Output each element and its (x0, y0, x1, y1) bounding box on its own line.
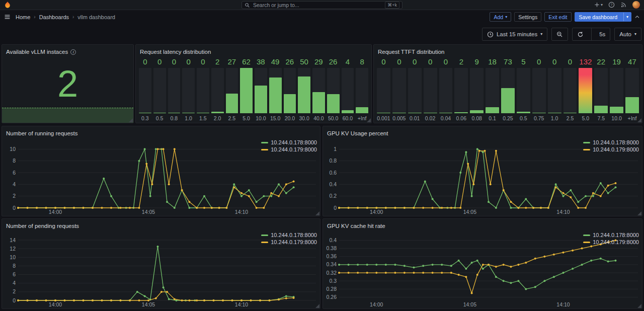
bar-bucket-label: 50.0 (327, 113, 340, 122)
add-panel-button[interactable]: Add ▾ (490, 12, 511, 22)
bar-bucket-label: 10.0 (610, 113, 623, 122)
panel-resize-handle[interactable] (315, 304, 319, 308)
bar-value-label: 26 (284, 57, 296, 68)
refresh-interval-picker[interactable]: 5s (595, 28, 610, 40)
panel-title: Number of pending requests (6, 223, 79, 229)
zoom-out-button[interactable] (551, 28, 568, 41)
exit-edit-button[interactable]: Exit edit (544, 12, 571, 22)
grafana-logo[interactable] (4, 1, 11, 9)
help-button[interactable]: ? (608, 2, 615, 8)
panel-resize-handle[interactable] (637, 304, 641, 308)
svg-text:0.26: 0.26 (327, 294, 337, 300)
legend-swatch-icon (583, 149, 590, 150)
chevron-right-icon: › (34, 14, 35, 20)
legend-swatch-icon (583, 142, 590, 143)
bar-bucket-label: 0.3 (139, 113, 151, 122)
panel-resize-handle[interactable] (315, 211, 319, 215)
svg-text:14:10: 14:10 (235, 301, 248, 307)
rss-icon (620, 2, 627, 8)
bar-bucket-label: 5.0 (240, 113, 253, 122)
news-button[interactable] (620, 2, 627, 8)
panel-header[interactable]: Request TTFT distribution (374, 45, 642, 57)
legend-item[interactable]: 10.244.0.179:8000 (261, 239, 317, 245)
svg-text:14:05: 14:05 (142, 209, 155, 215)
bar-gauge-column: 460.0 (342, 57, 354, 122)
panel-resize-handle[interactable] (637, 118, 641, 122)
save-options-caret[interactable]: ▾ (623, 13, 631, 21)
panel-resize-handle[interactable] (637, 211, 641, 215)
bar-value-label: 47 (625, 57, 639, 68)
bar-gauge-column: 90.08 (470, 57, 484, 122)
panel-resize-handle[interactable] (129, 118, 133, 122)
bar-fill (548, 113, 561, 113)
panel-running-requests: Number of running requests 10.244.0.178:… (2, 126, 320, 216)
caret-down-icon: ▾ (505, 15, 507, 19)
bar-fill (269, 77, 282, 113)
legend-item[interactable]: 10.244.0.178:8000 (261, 232, 317, 238)
bar-bucket-label: 0.005 (392, 113, 406, 122)
panel-header[interactable]: Number of pending requests (2, 219, 320, 231)
top-nav-bar: Search or jump to... ⌘+k ▾ ? (0, 0, 644, 10)
legend-item[interactable]: 10.244.0.179:8000 (583, 146, 639, 152)
bar-gauge-latency: 00.300.500.801.001.522.0272.5625.03810.0… (136, 57, 371, 123)
panel-header[interactable]: Request latency distribution (136, 45, 371, 57)
auto-refresh-picker[interactable]: Auto ▾ (614, 28, 641, 41)
bar-bucket-label: 0.1 (486, 113, 499, 122)
refresh-button[interactable] (573, 28, 588, 40)
bar-fill (211, 112, 224, 113)
bar-gauge-column: 00.001 (377, 57, 390, 122)
svg-text:8: 8 (13, 263, 16, 269)
bar-value-label: 26 (327, 57, 340, 68)
bar-value-label: 73 (501, 57, 515, 68)
panel-resize-handle[interactable] (367, 118, 371, 122)
bar-track (532, 68, 546, 113)
collapse-toolbar-button[interactable] (634, 14, 640, 20)
bar-value-label: 18 (486, 57, 499, 68)
panel-header[interactable]: Number of running requests (2, 126, 320, 138)
bar-bucket-label: 15.0 (269, 113, 282, 122)
info-icon[interactable]: i (70, 49, 76, 55)
bar-fill (240, 68, 253, 113)
svg-text:10: 10 (10, 146, 16, 152)
svg-text:14:00: 14:00 (370, 301, 383, 307)
bar-track (548, 68, 561, 113)
bar-gauge-column: 00.8 (168, 57, 181, 122)
bar-gauge-ttft: 00.00100.00500.0100.0200.0420.0690.08180… (374, 57, 642, 123)
svg-text:0.4: 0.4 (329, 181, 337, 187)
svg-text:14:00: 14:00 (370, 209, 383, 215)
legend-item[interactable]: 10.244.0.178:8000 (583, 232, 639, 238)
panel-header[interactable]: Available vLLM instaces i (2, 45, 133, 57)
save-dashboard-button[interactable]: Save dashboard ▾ (575, 12, 632, 22)
breadcrumb-home[interactable]: Home (16, 14, 30, 20)
bar-value-label: 19 (610, 57, 623, 68)
bar-bucket-label: 2.5 (564, 113, 577, 122)
user-avatar[interactable] (632, 1, 640, 9)
bar-gauge-column: 01.5 (197, 57, 209, 122)
bar-fill (197, 113, 209, 113)
time-range-picker[interactable]: Last 15 minutes ▾ (482, 28, 547, 41)
legend-item[interactable]: 10.244.0.178:8000 (583, 139, 639, 145)
panel-pending-requests: Number of pending requests 10.244.0.178:… (2, 218, 320, 309)
bar-fill (424, 113, 437, 113)
legend-item[interactable]: 10.244.0.179:8000 (583, 239, 639, 245)
add-new-button[interactable]: ▾ (594, 2, 603, 8)
panel-header[interactable]: GPU KV Usage percent (323, 126, 642, 138)
settings-button[interactable]: Settings (514, 12, 541, 22)
chart-legend: 10.244.0.178:800010.244.0.179:8000 (583, 232, 639, 245)
bar-track (356, 68, 368, 113)
svg-text:1: 1 (334, 146, 337, 152)
bar-fill (168, 113, 181, 113)
legend-item[interactable]: 10.244.0.179:8000 (261, 146, 317, 152)
breadcrumb-dashboards[interactable]: Dashboards (39, 14, 69, 20)
svg-text:0.36: 0.36 (327, 253, 337, 259)
bar-track (255, 68, 267, 113)
menu-toggle-button[interactable] (4, 14, 11, 20)
bar-fill (532, 113, 546, 113)
search-input[interactable]: Search or jump to... ⌘+k (242, 1, 403, 9)
legend-item[interactable]: 10.244.0.178:8000 (261, 139, 317, 145)
add-panel-label: Add (494, 14, 503, 20)
bar-gauge-column: 5030.0 (298, 57, 310, 122)
svg-text:14:05: 14:05 (463, 209, 476, 215)
panel-header[interactable]: GPU KV cache hit rate (323, 219, 642, 231)
stat-sparkline (2, 108, 133, 123)
